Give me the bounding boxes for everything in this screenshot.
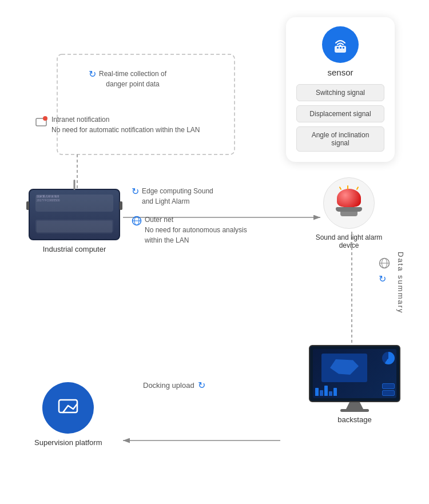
sensor-box: sensor Switching signal Displacement sig…: [286, 17, 395, 162]
ic-antenna: [74, 180, 76, 190]
supervision-label: Supervision platform: [34, 438, 102, 447]
main-diagram: sensor Switching signal Displacement sig…: [0, 0, 429, 504]
alarm-circle: [323, 177, 375, 229]
middle-labels: ↻ Edge computing Sound and Light Alarm O…: [132, 186, 247, 245]
alarm-device: Sound and light alarm device: [315, 177, 383, 249]
svg-rect-10: [343, 47, 344, 49]
backstage: backstage: [309, 345, 400, 424]
alarm-label: Sound and light alarm device: [315, 233, 383, 249]
svg-rect-9: [340, 47, 341, 49]
outer-net-label: Outer net No need for autonomous analysi…: [145, 215, 247, 245]
backstage-label: backstage: [337, 415, 371, 424]
supervision-circle: [42, 382, 94, 434]
monitor-stand: [346, 402, 363, 409]
edge-computing-label: Edge computing Sound and Light Alarm: [142, 186, 213, 207]
data-summary-icons: ↻: [379, 257, 390, 284]
displacement-signal: Displacement signal: [296, 105, 384, 122]
data-summary-label: Data summary: [396, 252, 405, 314]
docking-upload-area: Docking upload ↻: [143, 380, 205, 391]
docking-upload-label: Docking upload: [143, 381, 194, 390]
inclination-signal: Angle of inclination signal: [296, 126, 384, 152]
sensor-icon-circle: [322, 26, 359, 63]
industrial-computer: 国家重点研发项目 2017YFC0805500 Industrial compu…: [29, 189, 120, 253]
sensor-title: sensor: [327, 68, 353, 77]
svg-point-13: [43, 116, 47, 121]
switching-signal: Switching signal: [296, 84, 384, 101]
ic-label: Industrial computer: [43, 245, 106, 253]
svg-point-11: [339, 45, 341, 47]
monitor-frame: [309, 345, 400, 402]
intranet-label: Intranet notification No need for automa…: [51, 114, 200, 135]
ic-image: 国家重点研发项目 2017YFC0805500: [29, 189, 120, 240]
svg-rect-8: [337, 47, 339, 49]
supervision-platform: Supervision platform: [34, 382, 102, 447]
intranet-area: Intranet notification No need for automa…: [34, 114, 200, 135]
screen-map: [321, 354, 367, 382]
monitor-screen: [313, 349, 396, 398]
alarm-lamp: [335, 189, 363, 217]
monitor-base: [340, 409, 369, 412]
real-time-label: ↻ Real-time collection of danger point d…: [89, 69, 180, 89]
